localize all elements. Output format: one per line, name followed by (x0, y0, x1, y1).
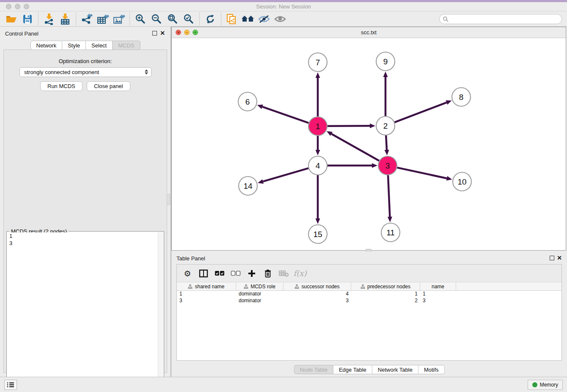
graph-node-label: 9 (383, 57, 388, 66)
zoom-selected-button[interactable] (181, 12, 197, 26)
graph-node-label: 14 (243, 182, 253, 190)
show-columns-button[interactable] (196, 267, 211, 280)
double-home-icon (241, 14, 255, 24)
control-panel-tabs: Network Style Select MCDS (30, 41, 140, 50)
home-layout-button[interactable] (240, 12, 256, 26)
tab-mcds[interactable]: MCDS (113, 41, 140, 50)
column-header-predecessor-nodes[interactable]: predecessor nodes (351, 282, 420, 291)
cell-successor-nodes[interactable]: 3 (284, 298, 351, 304)
toolbar-separator (221, 13, 221, 25)
export-table-button[interactable] (95, 12, 111, 26)
close-panel-icon[interactable]: ✕ (160, 29, 165, 37)
table-row[interactable]: 1 dominator 4 1 1 (177, 291, 561, 298)
column-header-shared-name[interactable]: shared name (177, 282, 236, 291)
column-header-successor-nodes[interactable]: successor nodes (284, 282, 351, 291)
zoom-fit-button[interactable] (165, 12, 181, 26)
function-builder-button[interactable]: f(x) (293, 267, 307, 280)
tab-style[interactable]: Style (62, 41, 86, 50)
network-window-titlebar[interactable]: ✕ − + scc.txt (172, 27, 566, 38)
network-view-title: scc.txt (172, 29, 566, 36)
select-all-icon (215, 271, 225, 276)
import-network-icon (44, 13, 55, 25)
float-table-panel-icon[interactable] (550, 256, 554, 260)
graph-node-label: 1 (316, 122, 320, 131)
refresh-button[interactable] (202, 12, 218, 26)
control-panel: Control Panel ✕ Network Style Select MCD… (0, 27, 171, 377)
tab-edge-table[interactable]: Edge Table (333, 365, 372, 374)
app-title: Session: New Session (0, 3, 567, 10)
hierarchy-icon (295, 284, 299, 289)
zoom-out-icon (151, 14, 162, 25)
cell-name[interactable]: 1 (420, 291, 456, 298)
cell-predecessor-nodes[interactable]: 2 (351, 298, 420, 304)
graph-node-label: 11 (386, 228, 395, 237)
close-panel-button[interactable]: Close panel (87, 81, 130, 91)
zoom-selected-icon (183, 14, 194, 25)
task-history-button[interactable] (4, 380, 17, 390)
tab-node-table[interactable]: Node Table (294, 365, 333, 374)
graph-node-label: 4 (316, 161, 320, 170)
export-image-button[interactable] (111, 12, 127, 26)
edge-2-3[interactable] (386, 135, 387, 150)
result-line: 3 (9, 240, 157, 247)
toggle-visibility-button[interactable] (256, 12, 272, 26)
tab-network-table[interactable]: Network Table (372, 365, 418, 374)
delete-table-button[interactable] (277, 267, 291, 280)
toolbar-separator (76, 13, 76, 25)
edge-1-2[interactable] (328, 126, 370, 126)
edge-3-11[interactable] (388, 175, 390, 217)
edge-1-6[interactable] (262, 107, 308, 123)
select-all-columns-button[interactable] (212, 267, 227, 280)
deselect-all-columns-button[interactable] (228, 267, 243, 280)
arrowhead-icon (372, 163, 377, 168)
mcds-result-text[interactable]: 1 3 (9, 232, 157, 391)
memory-button[interactable]: Memory (528, 380, 563, 390)
cell-shared-name[interactable]: 1 (177, 291, 236, 298)
edge-3-1[interactable] (331, 134, 379, 161)
criterion-dropdown[interactable]: strongly connected component (19, 67, 151, 77)
edge-3-10[interactable] (397, 168, 446, 178)
create-column-button[interactable] (245, 267, 259, 280)
import-table-icon (60, 13, 71, 25)
cell-predecessor-nodes[interactable]: 1 (351, 291, 420, 298)
edge-4-14[interactable] (263, 168, 308, 181)
run-mcds-button[interactable]: Run MCDS (40, 81, 83, 91)
search-icon (443, 16, 449, 22)
open-session-button[interactable] (3, 12, 19, 26)
cell-name[interactable]: 3 (420, 298, 456, 304)
column-header-mcds-role[interactable]: MCDS role (236, 282, 284, 291)
copy-network-button[interactable] (224, 12, 240, 26)
cell-successor-nodes[interactable]: 4 (284, 291, 351, 298)
show-graphics-button[interactable] (272, 12, 288, 26)
float-panel-icon[interactable] (152, 31, 157, 36)
zoom-in-button[interactable] (132, 12, 149, 26)
graph-node-label: 7 (316, 58, 320, 67)
result-scrollbar[interactable] (158, 232, 163, 391)
graph-node-label: 15 (313, 230, 322, 239)
table-row[interactable]: 3 dominator 3 2 3 (177, 298, 561, 304)
export-network-button[interactable] (79, 12, 95, 26)
close-table-panel-icon[interactable]: ✕ (557, 254, 562, 262)
delete-column-button[interactable] (261, 267, 275, 280)
table-settings-button[interactable]: ⚙ (180, 267, 195, 280)
splitter-handle[interactable] (167, 194, 170, 205)
tab-network[interactable]: Network (30, 41, 62, 50)
network-graph[interactable]: 7968124314101511 (172, 38, 566, 250)
node-table: shared name MCDS role successor nodes pr… (177, 282, 561, 304)
import-table-button[interactable] (57, 12, 73, 26)
arrowhead-icon (258, 179, 264, 184)
search-input[interactable] (439, 14, 562, 24)
save-session-button[interactable] (19, 12, 36, 26)
table-header-row: shared name MCDS role successor nodes pr… (177, 282, 561, 291)
edge-2-8[interactable] (395, 102, 447, 122)
zoom-out-button[interactable] (149, 12, 165, 26)
tab-motifs[interactable]: Motifs (418, 365, 445, 374)
cell-mcds-role[interactable]: dominator (236, 291, 284, 298)
hierarchy-icon (188, 284, 193, 289)
tab-select[interactable]: Select (86, 41, 113, 50)
import-network-button[interactable] (41, 12, 57, 26)
cell-mcds-role[interactable]: dominator (236, 298, 284, 304)
column-header-name[interactable]: name (420, 282, 456, 291)
cell-shared-name[interactable]: 3 (177, 298, 236, 304)
app-titlebar: Session: New Session (0, 2, 567, 11)
